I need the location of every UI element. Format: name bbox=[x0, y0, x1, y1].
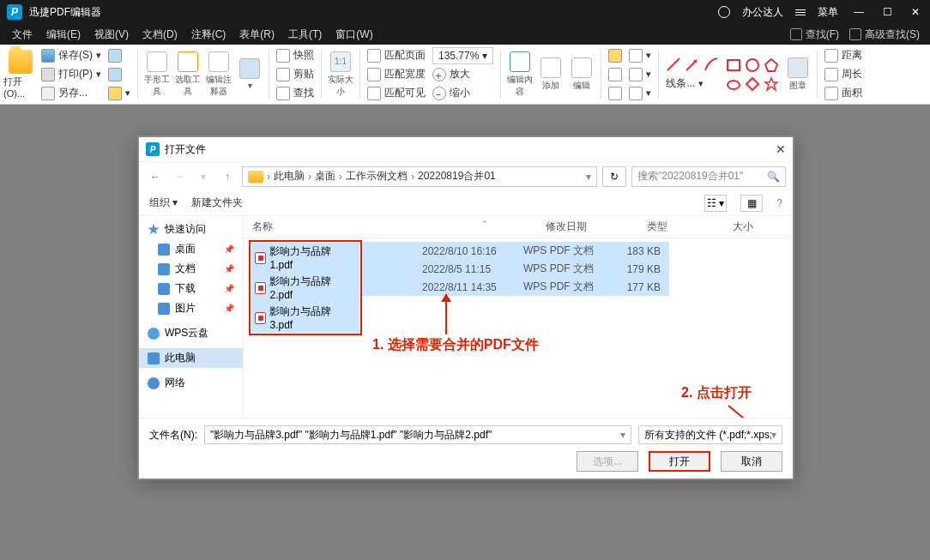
user-icon[interactable] bbox=[718, 6, 730, 18]
pencil-shape-icon[interactable] bbox=[704, 57, 719, 72]
saveas-button[interactable]: 另存... bbox=[41, 85, 101, 102]
star-shape-icon[interactable] bbox=[764, 76, 779, 92]
text-tool-3[interactable] bbox=[608, 85, 622, 102]
area-tool[interactable]: 面积 bbox=[824, 85, 862, 102]
underline-tool[interactable]: ▾ bbox=[629, 66, 651, 83]
diamond-shape-icon[interactable] bbox=[745, 76, 760, 92]
search-input[interactable]: 搜索"20220819合并01" 🔍 bbox=[631, 166, 786, 187]
zoom-in[interactable]: ＋放大 bbox=[432, 66, 493, 83]
circle-shape-icon[interactable] bbox=[745, 57, 760, 73]
star-icon bbox=[148, 224, 160, 236]
desktop-icon bbox=[158, 244, 170, 256]
maximize-button[interactable]: ☐ bbox=[879, 6, 896, 18]
snapshot-button[interactable]: 快照 bbox=[276, 47, 314, 64]
select-tool[interactable]: 选取工具 bbox=[172, 51, 203, 99]
sidebar-network[interactable]: 网络 bbox=[139, 373, 243, 393]
refresh-button[interactable]: ↻ bbox=[602, 166, 626, 187]
help-button[interactable]: ? bbox=[776, 197, 782, 209]
view-mode-button[interactable]: ☷ ▾ bbox=[704, 195, 727, 212]
nav-up[interactable]: ↑ bbox=[218, 167, 237, 186]
menu-document[interactable]: 文档(D) bbox=[136, 27, 184, 42]
minimize-button[interactable]: — bbox=[850, 6, 867, 18]
actual-size[interactable]: 1:1实际大小 bbox=[325, 51, 356, 99]
sidebar-downloads[interactable]: 下载📌 bbox=[139, 279, 243, 298]
col-name[interactable]: 名称 bbox=[252, 220, 424, 234]
hand-tool[interactable]: 手形工具 bbox=[142, 51, 172, 99]
breadcrumb[interactable]: › 此电脑› 桌面› 工作示例文档› 20220819合并01 ▾ bbox=[242, 166, 597, 187]
clipboard-button[interactable]: 剪贴 bbox=[276, 66, 314, 83]
menu-edit[interactable]: 编辑(E) bbox=[39, 27, 88, 42]
edit-button[interactable]: 编辑 bbox=[566, 51, 597, 99]
open-confirm-button[interactable]: 打开 bbox=[649, 451, 710, 472]
dialog-close-button[interactable]: ✕ bbox=[776, 142, 786, 156]
text-tool-2[interactable] bbox=[608, 66, 622, 83]
advanced-find-link[interactable]: 高级查找(S) bbox=[844, 27, 925, 42]
menu-form[interactable]: 表单(R) bbox=[232, 27, 281, 42]
fit-page[interactable]: 匹配页面 bbox=[367, 47, 426, 64]
print-button[interactable]: 打印(P) ▾ bbox=[41, 66, 101, 83]
organize-button[interactable]: 组织 ▾ bbox=[149, 196, 178, 210]
menu-view[interactable]: 视图(V) bbox=[88, 27, 136, 42]
sidebar-quick-access[interactable]: 快速访问 bbox=[139, 220, 243, 239]
polygon-shape-icon[interactable] bbox=[764, 57, 779, 73]
file-row-meta[interactable]: 2022/8/10 16:16WPS PDF 文档183 KB bbox=[362, 242, 669, 260]
nav-recent[interactable]: ▾ bbox=[194, 167, 213, 186]
find-link[interactable]: 查找(F) bbox=[785, 27, 844, 42]
save-button[interactable]: 保存(S) ▾ bbox=[41, 47, 101, 64]
col-type[interactable]: 类型 bbox=[647, 220, 733, 234]
file-row[interactable]: 影响力与品牌2.pdf bbox=[251, 273, 359, 303]
close-button[interactable]: ✕ bbox=[908, 6, 923, 18]
zoom-out[interactable]: －缩小 bbox=[432, 85, 493, 102]
perimeter-tool[interactable]: 周长 bbox=[824, 66, 862, 83]
col-date[interactable]: 修改日期 bbox=[546, 220, 647, 234]
sidebar-documents[interactable]: 文档📌 bbox=[139, 259, 243, 279]
fit-visible[interactable]: 匹配可见 bbox=[367, 85, 426, 102]
menu-file[interactable]: 文件 bbox=[5, 27, 39, 42]
page-button[interactable]: ▾ bbox=[108, 85, 130, 102]
filename-input[interactable]: "影响力与品牌3.pdf" "影响力与品牌1.pdf" "影响力与品牌2.pdf… bbox=[204, 425, 631, 444]
rect-shape-icon[interactable] bbox=[726, 57, 741, 73]
preview-button[interactable]: ▦ bbox=[740, 195, 763, 212]
strike-tool[interactable]: ▾ bbox=[629, 47, 651, 64]
line-dropdown[interactable]: 线条... ▾ bbox=[666, 75, 719, 93]
options-button[interactable]: 选项... bbox=[577, 451, 638, 472]
menu-comment[interactable]: 注释(C) bbox=[184, 27, 233, 42]
sidebar-wps-cloud[interactable]: WPS云盘 bbox=[139, 323, 243, 343]
sidebar-desktop[interactable]: 桌面📌 bbox=[139, 239, 243, 259]
stamp-button[interactable]: 图章 bbox=[782, 51, 813, 99]
file-row[interactable]: 影响力与品牌3.pdf bbox=[251, 303, 359, 333]
edit-annot-tool[interactable]: ▾ bbox=[234, 51, 265, 99]
fit-width[interactable]: 匹配宽度 bbox=[367, 66, 426, 83]
new-folder-button[interactable]: 新建文件夹 bbox=[191, 196, 243, 210]
sidebar-pictures[interactable]: 图片📌 bbox=[139, 298, 243, 318]
arrow-shape-icon[interactable] bbox=[685, 57, 700, 72]
user-name[interactable]: 办公达人 bbox=[742, 5, 783, 20]
sidebar-this-pc[interactable]: 此电脑 bbox=[139, 348, 243, 368]
folder-icon bbox=[248, 171, 263, 183]
find-button[interactable]: 查找 bbox=[276, 85, 314, 102]
file-row-meta[interactable]: 2022/8/11 14:35WPS PDF 文档177 KB bbox=[362, 278, 669, 296]
menu-label[interactable]: 菜单 bbox=[818, 5, 838, 20]
nav-forward[interactable]: → bbox=[170, 167, 189, 186]
squiggle-tool[interactable]: ▾ bbox=[629, 85, 651, 102]
add-button[interactable]: 添加 bbox=[535, 51, 566, 99]
text-tool-1[interactable] bbox=[608, 47, 622, 64]
menu-window[interactable]: 窗口(W) bbox=[329, 27, 379, 42]
redo-button[interactable] bbox=[108, 66, 130, 83]
line-shape-icon[interactable] bbox=[666, 57, 681, 72]
filetype-filter[interactable]: 所有支持的文件 (*.pdf;*.xps;*.)▾ bbox=[638, 425, 782, 444]
hamburger-icon[interactable] bbox=[795, 9, 806, 15]
annotate-tool[interactable]: 编辑注释器 bbox=[203, 51, 234, 99]
undo-button[interactable] bbox=[108, 47, 130, 64]
col-size[interactable]: 大小 bbox=[733, 220, 784, 234]
file-row-meta[interactable]: 2022/8/5 11:15WPS PDF 文档179 KB bbox=[362, 260, 669, 278]
menu-tools[interactable]: 工具(T) bbox=[281, 27, 329, 42]
nav-back[interactable]: ← bbox=[146, 167, 165, 186]
file-row[interactable]: 影响力与品牌1.pdf bbox=[251, 243, 359, 273]
zoom-combo[interactable]: 135.77%▾ bbox=[432, 47, 493, 64]
open-button[interactable]: 打开(O)... bbox=[3, 47, 38, 102]
edit-content[interactable]: 编辑内容 bbox=[504, 51, 535, 99]
cloud-shape-icon[interactable] bbox=[726, 76, 741, 92]
distance-tool[interactable]: 距离 bbox=[824, 47, 862, 64]
cancel-button[interactable]: 取消 bbox=[721, 451, 782, 472]
